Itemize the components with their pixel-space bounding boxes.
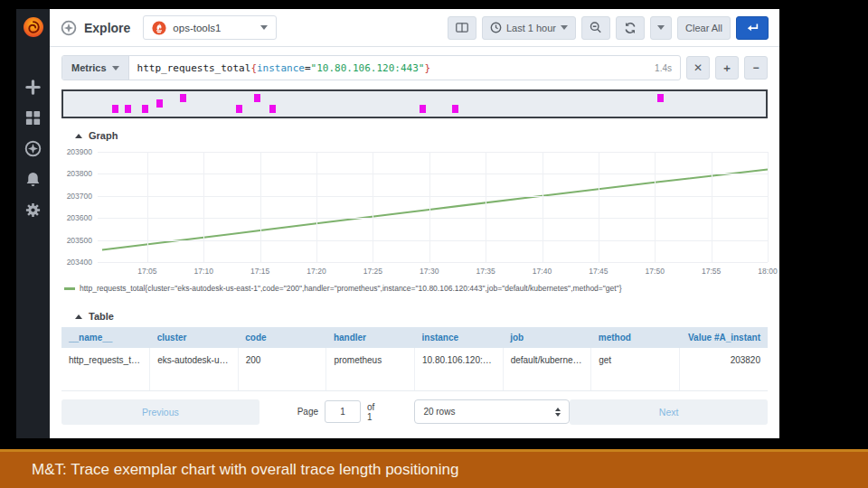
sidebar-item-dashboards[interactable] bbox=[24, 109, 42, 127]
table-cell: 203820 bbox=[679, 348, 768, 372]
sidebar-item-create[interactable] bbox=[24, 79, 42, 96]
rows-per-page-value: 20 rows bbox=[423, 407, 455, 417]
clear-all-label: Clear All bbox=[685, 23, 722, 33]
table-pagination: Previous Page of 1 20 rows Next bbox=[61, 399, 768, 425]
metrics-dropdown-button[interactable]: Metrics bbox=[62, 56, 129, 80]
exemplar-dot[interactable] bbox=[420, 105, 426, 113]
table-panel-header[interactable]: Table bbox=[61, 305, 768, 327]
exemplar-dot[interactable] bbox=[142, 105, 148, 113]
v-gridline bbox=[260, 152, 261, 262]
time-range-picker[interactable]: Last 1 hour bbox=[482, 16, 576, 40]
exemplar-dot[interactable] bbox=[254, 94, 260, 102]
table-column-header[interactable]: handler bbox=[326, 327, 415, 348]
sidebar-item-configuration[interactable] bbox=[24, 202, 42, 219]
run-query-button[interactable] bbox=[736, 16, 769, 40]
table-column-header[interactable]: job bbox=[503, 327, 591, 348]
chevron-down-icon bbox=[112, 66, 119, 70]
rows-per-page-select[interactable]: 20 rows bbox=[414, 399, 570, 424]
table-column-header[interactable]: __name__ bbox=[61, 327, 150, 348]
chart-legend[interactable]: http_requests_total{cluster="eks-autodes… bbox=[64, 284, 768, 293]
results-table: __name__clustercodehandlerinstancejobmet… bbox=[61, 327, 768, 391]
y-tick-label: 203600 bbox=[67, 213, 92, 222]
table-cell: default/kubernetes bbox=[503, 348, 591, 372]
graph-panel: Graph 2039002038002037002036002035002034… bbox=[61, 124, 768, 293]
collapse-triangle-icon bbox=[75, 134, 82, 138]
table-column-header[interactable]: Value #A_instant bbox=[679, 327, 768, 348]
split-view-button[interactable] bbox=[448, 16, 476, 40]
h-gridline bbox=[98, 152, 768, 153]
line-series-svg bbox=[98, 146, 768, 264]
dashboards-grid-icon bbox=[24, 109, 42, 127]
x-tick-label: 17:45 bbox=[589, 267, 608, 276]
v-gridline bbox=[486, 152, 486, 262]
slide-caption-text: M&T: Trace exemplar chart with overall t… bbox=[32, 461, 458, 479]
add-query-button[interactable]: ＋ bbox=[715, 56, 739, 80]
metric-line-series[interactable] bbox=[102, 170, 768, 250]
page-number-input[interactable] bbox=[325, 400, 361, 423]
v-gridline bbox=[147, 152, 148, 262]
query-elapsed-time: 1.4s bbox=[655, 63, 680, 73]
sidebar-item-alerting[interactable] bbox=[24, 171, 42, 188]
zoom-out-button[interactable] bbox=[581, 16, 610, 40]
grafana-logo-icon[interactable] bbox=[22, 15, 45, 39]
query-token-brace: { bbox=[250, 62, 257, 74]
v-gridline bbox=[655, 152, 656, 262]
collapse-query-button[interactable]: − bbox=[744, 56, 768, 80]
page-controls: Page of 1 bbox=[297, 400, 375, 423]
x-tick-label: 18:00 bbox=[758, 267, 777, 276]
chevron-down-icon bbox=[561, 25, 568, 30]
query-input[interactable]: http_requests_total{instance="10.80.106.… bbox=[129, 62, 656, 74]
main-area: Explore ops-tools1 Last 1 hour bbox=[50, 9, 779, 438]
refresh-icon bbox=[624, 22, 637, 34]
clear-all-button[interactable]: Clear All bbox=[677, 16, 731, 40]
remove-query-button[interactable]: ✕ bbox=[686, 56, 710, 80]
collapse-triangle-icon bbox=[75, 314, 82, 319]
datasource-picker[interactable]: ops-tools1 bbox=[143, 15, 277, 40]
x-axis-labels: 17:0517:1017:1517:2017:2517:3017:3517:40… bbox=[98, 264, 768, 277]
exemplar-dot[interactable] bbox=[112, 105, 118, 113]
exemplar-dot[interactable] bbox=[269, 105, 276, 113]
refresh-interval-dropdown[interactable] bbox=[650, 16, 672, 40]
table-cell: eks-autodesk-us-ea… bbox=[150, 348, 239, 372]
query-row: Metrics http_requests_total{instance="10… bbox=[61, 55, 768, 80]
run-query-icon bbox=[746, 23, 760, 33]
exemplar-dot[interactable] bbox=[236, 105, 242, 113]
graph-panel-header[interactable]: Graph bbox=[61, 124, 768, 146]
y-tick-label: 203500 bbox=[67, 236, 92, 245]
page-title: Explore bbox=[84, 21, 130, 35]
next-page-button[interactable]: Next bbox=[570, 399, 768, 425]
y-tick-label: 203400 bbox=[67, 258, 92, 267]
v-gridline bbox=[542, 152, 543, 262]
sidebar-item-explore[interactable] bbox=[24, 140, 42, 157]
table-column-header[interactable]: code bbox=[238, 327, 326, 348]
plot-area[interactable]: 203900203800203700203600203500203400 bbox=[98, 146, 768, 264]
exemplar-dot[interactable] bbox=[452, 105, 458, 113]
previous-page-button[interactable]: Previous bbox=[61, 399, 259, 425]
select-arrows-icon bbox=[555, 408, 561, 417]
page-label: Page bbox=[297, 407, 318, 417]
refresh-button[interactable] bbox=[616, 16, 645, 40]
x-tick-label: 17:40 bbox=[533, 267, 552, 276]
datasource-name: ops-tools1 bbox=[173, 23, 254, 33]
plus-icon bbox=[24, 79, 42, 96]
exemplar-dot[interactable] bbox=[156, 99, 163, 108]
v-gridline bbox=[316, 152, 317, 262]
exemplar-dot[interactable] bbox=[125, 105, 131, 113]
v-gridline bbox=[712, 152, 712, 262]
metrics-label: Metrics bbox=[71, 62, 107, 73]
chart: 203900203800203700203600203500203400 17:… bbox=[98, 146, 768, 277]
exemplar-dot[interactable] bbox=[657, 94, 664, 102]
table-column-header[interactable]: instance bbox=[415, 327, 504, 348]
exemplar-dot[interactable] bbox=[180, 94, 186, 102]
explore-compass-icon bbox=[61, 20, 77, 36]
x-tick-label: 17:10 bbox=[194, 267, 213, 276]
page-of-label: of 1 bbox=[367, 402, 374, 422]
table-column-header[interactable]: method bbox=[591, 327, 680, 348]
trace-exemplar-strip bbox=[61, 89, 768, 118]
h-gridline bbox=[98, 218, 768, 219]
alerting-bell-icon bbox=[24, 171, 42, 188]
table-column-header[interactable]: cluster bbox=[150, 327, 239, 348]
x-tick-label: 17:05 bbox=[137, 267, 156, 276]
prometheus-datasource-icon bbox=[152, 21, 166, 35]
slide-caption-bar: M&T: Trace exemplar chart with overall t… bbox=[0, 449, 868, 488]
